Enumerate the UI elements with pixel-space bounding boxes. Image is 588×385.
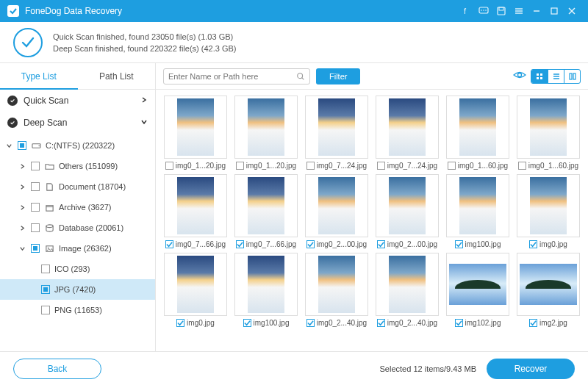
thumbnail-image[interactable] bbox=[446, 174, 509, 237]
thumbnail-checkbox[interactable] bbox=[448, 162, 456, 170]
thumbnail-item[interactable]: img0_7...24.jpg bbox=[303, 96, 370, 170]
thumbnail-image[interactable] bbox=[234, 96, 298, 159]
checkbox[interactable] bbox=[31, 162, 40, 170]
tree-archive[interactable]: Archive (3627) bbox=[0, 197, 155, 217]
search-box[interactable] bbox=[163, 68, 310, 84]
thumbnail-item[interactable]: img0.jpg bbox=[162, 253, 229, 327]
thumbnail-checkbox[interactable] bbox=[529, 240, 537, 248]
maximize-icon[interactable] bbox=[545, 2, 563, 20]
thumbnail-image[interactable] bbox=[517, 174, 580, 237]
thumbnail-item[interactable]: img0_7...24.jpg bbox=[373, 96, 441, 170]
thumbnail-item[interactable]: img0_7...66.jpg bbox=[162, 174, 229, 248]
thumbnail-checkbox[interactable] bbox=[306, 319, 315, 327]
checkbox[interactable] bbox=[31, 223, 40, 232]
thumbnail-item[interactable]: img0_1...20.jpg bbox=[232, 96, 300, 170]
thumbnail-checkbox[interactable] bbox=[455, 240, 463, 248]
thumbnail-item[interactable]: img0_1...60.jpg bbox=[444, 96, 512, 170]
thumbnail-image[interactable] bbox=[234, 174, 298, 237]
thumbnail-image[interactable] bbox=[305, 174, 368, 237]
back-button[interactable]: Back bbox=[13, 359, 101, 379]
thumbnail-checkbox[interactable] bbox=[529, 319, 537, 327]
thumbnail-filename: img100.jpg bbox=[254, 319, 290, 327]
thumbnail-image[interactable] bbox=[517, 96, 580, 159]
checkbox[interactable] bbox=[18, 141, 26, 150]
checkbox[interactable] bbox=[41, 265, 50, 273]
thumbnail-checkbox[interactable] bbox=[165, 240, 173, 248]
thumbnail-image[interactable] bbox=[446, 253, 509, 316]
thumbnail-checkbox[interactable] bbox=[165, 162, 173, 170]
tree-database[interactable]: Database (20061) bbox=[0, 217, 155, 238]
thumbnail-checkbox[interactable] bbox=[236, 162, 244, 170]
thumbnail-item[interactable]: img0_1...20.jpg bbox=[162, 96, 229, 170]
checkbox[interactable] bbox=[31, 182, 40, 191]
thumbnail-image[interactable] bbox=[164, 253, 227, 316]
tab-path-list[interactable]: Path List bbox=[78, 63, 156, 89]
thumbnail-item[interactable]: img0_1...60.jpg bbox=[514, 96, 582, 170]
thumbnail-item[interactable]: img0_2...40.jpg bbox=[303, 253, 370, 327]
thumbnail-image[interactable] bbox=[305, 253, 368, 316]
facebook-icon[interactable]: f bbox=[457, 2, 475, 20]
preview-icon[interactable] bbox=[512, 68, 528, 84]
checkbox[interactable] bbox=[31, 244, 40, 253]
thumbnail-checkbox[interactable] bbox=[377, 319, 385, 327]
titlebar: FoneDog Data Recovery f bbox=[0, 0, 588, 22]
save-icon[interactable] bbox=[492, 2, 510, 20]
tree-png[interactable]: PNG (11653) bbox=[0, 300, 155, 320]
svg-rect-24 bbox=[537, 73, 539, 76]
checkbox[interactable] bbox=[41, 285, 50, 294]
thumbnail-item[interactable]: img0_7...66.jpg bbox=[232, 174, 300, 248]
feedback-icon[interactable] bbox=[475, 2, 492, 20]
menu-icon[interactable] bbox=[510, 2, 528, 20]
thumbnail-image[interactable] bbox=[234, 253, 298, 316]
tree-image[interactable]: Image (26362) bbox=[0, 238, 155, 259]
thumbnail-image[interactable] bbox=[446, 96, 509, 159]
filter-button[interactable]: Filter bbox=[316, 68, 360, 84]
tree-label: Image (26362) bbox=[59, 244, 112, 253]
thumbnail-item[interactable]: img2.jpg bbox=[514, 253, 582, 327]
minimize-icon[interactable] bbox=[528, 2, 545, 20]
quick-scan-section[interactable]: Quick Scan bbox=[0, 90, 155, 112]
tab-type-list[interactable]: Type List bbox=[0, 63, 78, 89]
tree-drive[interactable]: C:(NTFS) (220322) bbox=[0, 135, 155, 156]
grid-view-icon[interactable] bbox=[531, 70, 548, 83]
thumbnail-checkbox[interactable] bbox=[377, 240, 385, 248]
list-view-icon[interactable] bbox=[548, 70, 564, 83]
recover-button[interactable]: Recover bbox=[487, 359, 575, 379]
thumbnail-image[interactable] bbox=[305, 96, 368, 159]
thumbnail-checkbox[interactable] bbox=[306, 240, 315, 248]
thumbnail-item[interactable]: img100.jpg bbox=[232, 253, 300, 327]
thumbnail-checkbox[interactable] bbox=[306, 162, 315, 170]
thumbnail-checkbox[interactable] bbox=[236, 240, 244, 248]
thumbnail-image[interactable] bbox=[376, 174, 439, 237]
thumbnail-item[interactable]: img100.jpg bbox=[444, 174, 512, 248]
tree-others[interactable]: Others (151099) bbox=[0, 156, 155, 176]
detail-view-icon[interactable] bbox=[564, 70, 580, 83]
thumbnail-image[interactable] bbox=[376, 96, 439, 159]
svg-rect-32 bbox=[573, 73, 576, 79]
tree-ico[interactable]: ICO (293) bbox=[0, 259, 155, 279]
thumbnail-item[interactable]: img102.jpg bbox=[444, 253, 512, 327]
thumbnail-checkbox[interactable] bbox=[455, 319, 463, 327]
tree-jpg[interactable]: JPG (7420) bbox=[0, 279, 155, 300]
thumbnail-item[interactable]: img0_2...00.jpg bbox=[303, 174, 370, 248]
checkbox[interactable] bbox=[31, 203, 40, 212]
thumbnail-item[interactable]: img0_2...00.jpg bbox=[373, 174, 441, 248]
thumbnail-checkbox[interactable] bbox=[377, 162, 385, 170]
thumbnail-image[interactable] bbox=[517, 253, 580, 316]
thumbnail-checkbox[interactable] bbox=[176, 319, 184, 327]
thumbnail-item[interactable]: img0.jpg bbox=[514, 174, 582, 248]
thumbnail-checkbox[interactable] bbox=[518, 162, 526, 170]
checkbox[interactable] bbox=[41, 306, 50, 314]
thumbnail-image[interactable] bbox=[164, 174, 227, 237]
close-icon[interactable] bbox=[563, 2, 581, 20]
tree-document[interactable]: Document (18704) bbox=[0, 176, 155, 197]
document-icon bbox=[44, 182, 54, 192]
thumbnail-image[interactable] bbox=[164, 96, 227, 159]
thumbnail-checkbox[interactable] bbox=[243, 319, 251, 327]
drive-icon bbox=[31, 141, 41, 151]
app-title: FoneDog Data Recovery bbox=[25, 6, 122, 16]
thumbnail-image[interactable] bbox=[376, 253, 439, 316]
search-input[interactable] bbox=[168, 72, 296, 81]
thumbnail-item[interactable]: img0_2...40.jpg bbox=[373, 253, 441, 327]
deep-scan-section[interactable]: Deep Scan bbox=[0, 112, 155, 134]
